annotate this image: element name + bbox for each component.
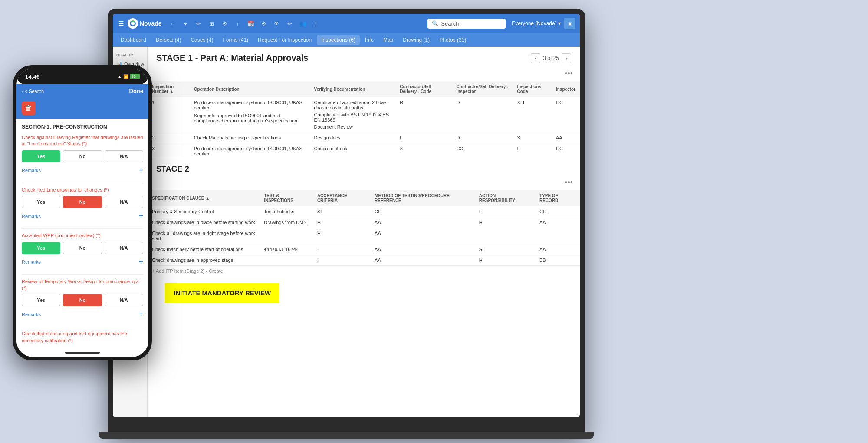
phone-yes-btn-1[interactable]: Yes	[22, 150, 60, 162]
phone-app-header: ‹ < Search Done	[16, 84, 148, 98]
col-spec-clause: SPECIFICATION CLAUSE ▲	[148, 190, 260, 206]
phone-notch	[61, 69, 104, 79]
col-inspector-delivery: Contractor/Self Delivery - Inspector	[452, 81, 513, 97]
cell-test: Drawings from DMS	[260, 217, 313, 228]
mandatory-review-label[interactable]: INITIATE MANDATORY REVIEW	[165, 283, 279, 303]
phone-no-btn-3[interactable]: No	[63, 242, 102, 254]
stage1-prev-btn[interactable]: ‹	[531, 53, 540, 63]
stage1-table: Inspection Number ▲ Operation Descriptio…	[148, 81, 580, 159]
tab-map[interactable]: Map	[379, 35, 398, 45]
cell-record: AA	[535, 217, 580, 228]
phone-yes-btn-2[interactable]: Yes	[22, 196, 60, 208]
add-icon[interactable]: +	[180, 18, 191, 29]
phone-answer-row-4: Yes No N/A	[22, 294, 143, 306]
header-nav-icons: ← + ✏ ⊞ ⚙ ↑ 📅 ⚙ 👁 ✏ 👥 ⋮	[167, 18, 422, 29]
delete-icon[interactable]: 🗑	[22, 101, 36, 115]
search-placeholder: Search	[441, 20, 459, 27]
phone-time: 14:46	[25, 73, 39, 80]
phone-back-btn[interactable]: ‹ < Search	[22, 89, 44, 94]
view-icon[interactable]: 👁	[271, 18, 283, 29]
table-row: 2 Check Materials are as per specificati…	[148, 132, 580, 143]
separator-2	[22, 228, 143, 229]
stage1-more-btn[interactable]: •••	[562, 68, 575, 79]
phone-remarks-label-2[interactable]: Remarks	[22, 214, 41, 219]
cell-action: H	[475, 255, 535, 266]
phone-no-btn-1[interactable]: No	[63, 150, 102, 162]
tab-drawing[interactable]: Drawing (1)	[398, 35, 434, 45]
phone-remarks-label-4[interactable]: Remarks	[22, 312, 41, 317]
cell-inspector-delivery: D	[452, 132, 513, 143]
phone-done-btn[interactable]: Done	[129, 88, 144, 94]
config-icon[interactable]: ⚙	[258, 18, 270, 29]
phone-na-btn-1[interactable]: N/A	[105, 150, 143, 162]
stage2-more-btn[interactable]: •••	[562, 177, 575, 188]
phone-home-indicator	[16, 348, 148, 357]
add-itp-item-label: + Add ITP Item (Stage 2) - Create	[152, 268, 223, 274]
back-icon[interactable]: ←	[167, 18, 178, 29]
search-bar[interactable]: 🔍 Search	[427, 19, 506, 29]
more-options-icon[interactable]: ⋮	[310, 18, 322, 29]
calendar-icon[interactable]: 📅	[245, 18, 256, 29]
phone-answer-row-2: Yes No N/A	[22, 196, 143, 208]
phone-na-btn-4[interactable]: N/A	[105, 294, 143, 306]
tab-dashboard[interactable]: Dashboard	[116, 35, 151, 45]
phone-remarks-add-1[interactable]: +	[138, 166, 143, 175]
phone-no-btn-4[interactable]: No	[63, 294, 102, 306]
phone-remarks-label-3[interactable]: Remarks	[22, 259, 41, 264]
phone-remarks-add-2[interactable]: +	[138, 212, 143, 221]
cell-operation: Producers management system to ISO9001, …	[190, 143, 310, 159]
add-itp-item-row[interactable]: + Add ITP Item (Stage 2) - Create	[148, 266, 580, 276]
laptop-base	[99, 432, 594, 439]
phone-no-btn-2[interactable]: No	[63, 196, 102, 208]
phone-home-bar[interactable]	[65, 352, 100, 354]
grid-icon[interactable]: ⊞	[206, 18, 217, 29]
phone-na-btn-3[interactable]: N/A	[105, 242, 143, 254]
phone-answer-row-1: Yes No N/A	[22, 150, 143, 162]
user-label[interactable]: Everyone (Novade) ▾	[512, 20, 561, 26]
phone-remarks-label-1[interactable]: Remarks	[22, 168, 41, 173]
edit-icon[interactable]: ✏	[193, 18, 204, 29]
cell-test	[260, 255, 313, 266]
tab-photos[interactable]: Photos (33)	[435, 35, 470, 45]
phone-question-2-text: Check Red Line drawings for changes (*)	[22, 187, 143, 193]
cell-code: I	[395, 132, 452, 143]
main-layout: QUALITY 📊 Overview ✓ My Actions 25 38 50	[113, 47, 580, 417]
tab-inspections[interactable]: Inspections (6)	[317, 35, 360, 45]
tab-info[interactable]: Info	[361, 35, 378, 45]
cell-method: CC	[370, 206, 475, 217]
cell-action: I	[475, 206, 535, 217]
phone-remarks-add-4[interactable]: +	[138, 310, 143, 319]
col-code: Contractor/Self Delivery - Code	[395, 81, 452, 97]
battery-icon: 95+	[130, 74, 140, 79]
phone-yes-btn-3[interactable]: Yes	[22, 242, 60, 254]
phone-delete-bar: 🗑	[16, 98, 148, 119]
cell-operation: Producers management system to ISO9001, …	[190, 97, 310, 132]
phone-status-bar: 14:46 ▲ 📶 95+	[16, 69, 148, 84]
cell-record: AA	[535, 244, 580, 255]
tab-bar: Dashboard Defects (4) Cases (4) Forms (4…	[113, 33, 580, 47]
phone-remarks-add-3[interactable]: +	[138, 258, 143, 267]
tab-defects[interactable]: Defects (4)	[151, 35, 186, 45]
col-inspections-code: Inspections Code	[513, 81, 551, 97]
cell-action: SI	[475, 244, 535, 255]
phone-question-5-text: Check that measuring and test equipment …	[22, 331, 143, 344]
tab-cases[interactable]: Cases (4)	[186, 35, 217, 45]
users-icon[interactable]: 👥	[297, 18, 309, 29]
tab-forms[interactable]: Forms (41)	[218, 35, 253, 45]
tab-request[interactable]: Request For Inspection	[253, 35, 316, 45]
phone-status-icons: ▲ 📶 95+	[118, 74, 140, 79]
settings-icon[interactable]: ⚙	[219, 18, 230, 29]
table-row: Check all drawings are in right stage be…	[148, 228, 580, 244]
phone-na-btn-2[interactable]: N/A	[105, 196, 143, 208]
menu-icon[interactable]: ☰	[117, 20, 125, 27]
pen-icon[interactable]: ✏	[284, 18, 296, 29]
col-verifying: Verifying Documentation	[310, 81, 396, 97]
cell-acceptance: I	[313, 244, 370, 255]
phone-yes-btn-4[interactable]: Yes	[22, 294, 60, 306]
stage1-next-btn[interactable]: ›	[562, 53, 571, 63]
stage2-title: STAGE 2	[148, 159, 580, 175]
cell-test: +447933110744	[260, 244, 313, 255]
upload-icon[interactable]: ↑	[232, 18, 243, 29]
separator-1	[22, 183, 143, 183]
cell-record: CC	[535, 206, 580, 217]
